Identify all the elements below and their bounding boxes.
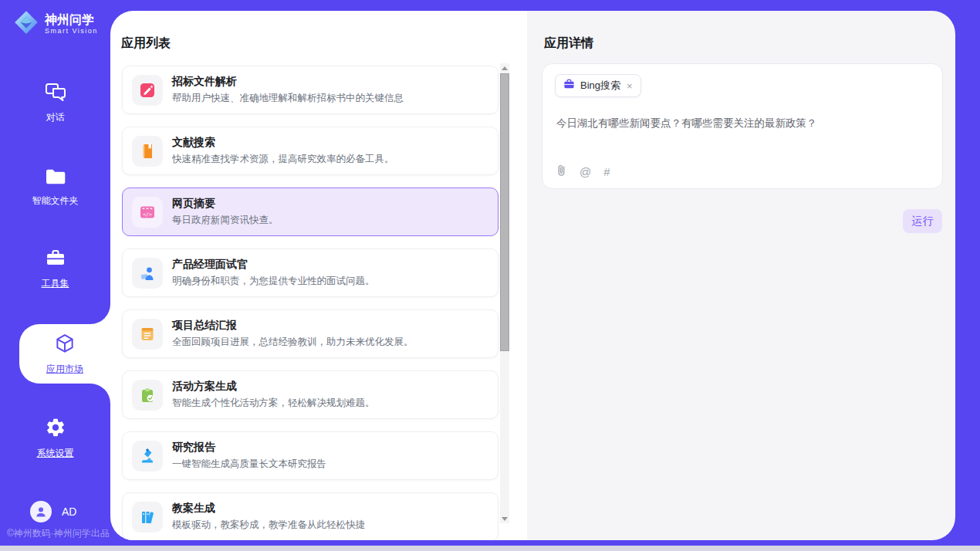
sidebar-item-label: 智能文件夹	[32, 194, 79, 208]
lesson-books-icon	[132, 502, 163, 532]
app-list-title: 应用列表	[121, 35, 171, 52]
chat-icon	[44, 82, 67, 106]
scroll-up-arrow[interactable]	[500, 63, 509, 73]
tool-tag-bing-search[interactable]: Bing搜索 ×	[555, 74, 641, 97]
query-input[interactable]: 今日湖北有哪些新闻要点？有哪些需要关注的最新政策？	[556, 117, 930, 130]
app-card-description: 快速精准查找学术资源，提高研究效率的必备工具。	[172, 153, 394, 166]
research-microscope-icon	[132, 441, 163, 472]
avatar	[30, 501, 52, 522]
sidebar-item-smart-folder[interactable]: 智能文件夹	[0, 167, 110, 208]
close-icon[interactable]: ×	[627, 80, 633, 92]
app-card-research-report[interactable]: 研究报告 一键智能生成高质量长文本研究报告	[122, 431, 498, 480]
app-card-tender-parse[interactable]: 招标文件解析 帮助用户快速、准确地理解和解析招标书中的关键信息	[122, 66, 498, 114]
app-card-description: 明确身份和职责，为您提供专业性的面试问题。	[172, 275, 375, 288]
app-card-name: 招标文件解析	[172, 75, 404, 89]
composer-toolbar: @ #	[556, 164, 610, 180]
interviewer-person-icon	[132, 258, 163, 289]
app-card-list: 招标文件解析 帮助用户快速、准确地理解和解析招标书中的关键信息 文献搜索 快速精…	[122, 66, 498, 540]
sidebar-item-label: 工具集	[42, 277, 69, 290]
main-container: 应用列表 招标文件解析 帮助用户快速、准确地理解和解析招标书中的关键信息	[110, 11, 955, 540]
folder-icon	[44, 167, 67, 189]
brand-subtitle: Smart Vision	[45, 27, 98, 35]
app-card-pm-interviewer[interactable]: 产品经理面试官 明确身份和职责，为您提供专业性的面试问题。	[122, 248, 498, 297]
list-scrollbar[interactable]	[500, 63, 509, 523]
sidebar-item-label: 应用市场	[46, 363, 83, 376]
toolbox-icon	[44, 248, 67, 272]
app-card-description: 一键智能生成高质量长文本研究报告	[172, 458, 326, 471]
app-card-name: 研究报告	[172, 441, 326, 455]
summary-notepad-icon	[132, 319, 163, 350]
diamond-logo-icon	[13, 9, 39, 39]
user-account[interactable]: AD	[30, 501, 76, 522]
copyright-text: ©神州数码·神州问学出品	[7, 527, 110, 540]
app-detail-title: 应用详情	[544, 35, 593, 52]
sidebar-item-chat[interactable]: 对话	[0, 82, 110, 124]
sidebar-item-label: 系统设置	[37, 447, 74, 460]
app-card-description: 帮助用户快速、准确地理解和解析招标书中的关键信息	[172, 92, 404, 105]
activity-clipboard-icon	[132, 380, 163, 411]
briefcase-icon	[563, 79, 575, 93]
app-card-name: 项目总结汇报	[172, 319, 414, 333]
query-composer: Bing搜索 × 今日湖北有哪些新闻要点？有哪些需要关注的最新政策？ @ #	[542, 63, 943, 189]
mention-icon[interactable]: @	[580, 166, 591, 177]
window-bottom-edge	[0, 546, 980, 551]
app-card-name: 产品经理面试官	[172, 258, 375, 272]
app-card-lesson-plan[interactable]: 教案生成 模板驱动，教案秒成，教学准备从此轻松快捷	[122, 492, 498, 540]
sidebar: 神州问学 Smart Vision 对话 智能文件夹 工具集	[0, 0, 110, 546]
code-glyph: </>	[143, 211, 152, 217]
app-card-name: 网页摘要	[172, 197, 279, 211]
hashtag-icon[interactable]: #	[603, 166, 610, 177]
app-list-panel: 应用列表 招标文件解析 帮助用户快速、准确地理解和解析招标书中的关键信息	[110, 11, 527, 540]
app-card-literature-search[interactable]: 文献搜索 快速精准查找学术资源，提高研究效率的必备工具。	[122, 127, 498, 175]
active-tab-curve-top	[90, 304, 110, 324]
attachment-icon[interactable]	[556, 164, 567, 180]
app-card-description: 智能生成个性化活动方案，轻松解决规划难题。	[172, 397, 375, 410]
app-card-name: 活动方案生成	[172, 380, 375, 394]
run-button[interactable]: 运行	[903, 209, 942, 233]
brand-name: 神州问学	[45, 13, 98, 27]
active-tab-curve-bottom	[90, 384, 110, 404]
app-card-activity-plan[interactable]: 活动方案生成 智能生成个性化活动方案，轻松解决规划难题。	[122, 370, 498, 419]
cube-icon	[54, 333, 76, 359]
gear-icon	[45, 417, 66, 441]
app-card-name: 文献搜索	[172, 136, 394, 150]
app-detail-panel: 应用详情 Bing搜索 × 今日湖北有哪些新闻要点？有哪些需要关注的最新政策？	[527, 11, 955, 540]
sidebar-item-settings[interactable]: 系统设置	[0, 417, 110, 460]
app-card-name: 教案生成	[172, 502, 365, 516]
app-card-description: 全面回顾项目进展，总结经验教训，助力未来优化发展。	[172, 336, 414, 349]
app-card-web-summary[interactable]: </> 网页摘要 每日政府新闻资讯快查。	[122, 188, 498, 236]
sidebar-item-toolset[interactable]: 工具集	[0, 248, 110, 290]
app-card-description: 每日政府新闻资讯快查。	[172, 214, 279, 227]
sidebar-item-app-market[interactable]: 应用市场	[19, 324, 110, 384]
tool-tag-label: Bing搜索	[580, 79, 620, 93]
app-card-project-summary[interactable]: 项目总结汇报 全面回顾项目进展，总结经验教训，助力未来优化发展。	[122, 309, 498, 358]
tender-doc-icon	[132, 75, 163, 106]
sidebar-item-label: 对话	[46, 111, 65, 124]
scrollbar-thumb[interactable]	[500, 73, 509, 351]
user-name: AD	[62, 505, 76, 518]
brand-logo: 神州问学 Smart Vision	[13, 9, 98, 39]
scroll-down-arrow[interactable]	[500, 514, 509, 523]
literature-book-icon	[132, 136, 163, 167]
webpage-code-icon: </>	[132, 197, 163, 228]
app-card-description: 模板驱动，教案秒成，教学准备从此轻松快捷	[172, 519, 365, 532]
